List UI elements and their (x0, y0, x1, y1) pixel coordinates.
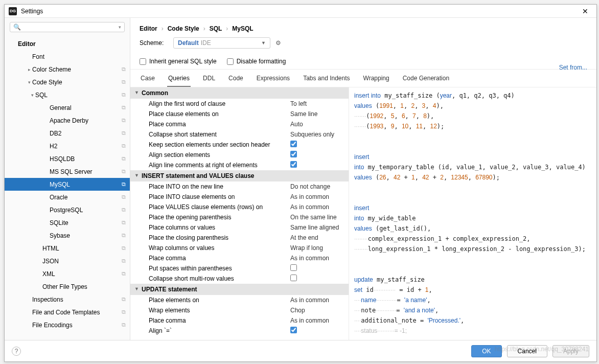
apply-button[interactable]: Apply (552, 345, 589, 357)
sidebar-item-mysql[interactable]: MySQL⧉ (5, 178, 130, 191)
sidebar-item-postgresql[interactable]: PostgreSQL⧉ (5, 203, 130, 216)
search-icon: 🔍 (13, 24, 21, 31)
option-row[interactable]: Place VALUES clause elements (rows) onAs… (130, 202, 349, 212)
sidebar-item-color-scheme[interactable]: ▸Color Scheme⧉ (5, 63, 130, 76)
sidebar-item-ms-sql-server[interactable]: MS SQL Server⧉ (5, 165, 130, 178)
section-insert-statement-and-values-clause[interactable]: ▼INSERT statement and VALUES clause (130, 170, 349, 181)
copy-icon: ⧉ (122, 79, 126, 85)
copy-icon: ⧉ (122, 232, 126, 239)
copy-icon: ⧉ (122, 322, 126, 328)
option-row[interactable]: Place elements onAs in common (130, 295, 349, 305)
gear-icon[interactable]: ⚙ (275, 39, 281, 47)
window-title: Settings (21, 8, 578, 15)
tab-tabs-and-indents[interactable]: Tabs and Indents (302, 73, 351, 87)
sidebar-item-sqlite[interactable]: SQLite⧉ (5, 216, 130, 229)
app-icon: DG (9, 7, 17, 15)
copy-icon: ⧉ (122, 296, 126, 303)
copy-icon: ⧉ (122, 155, 126, 162)
tab-ddl[interactable]: DDL (202, 73, 216, 87)
code-preview: insert into my_staff_size (year, q1, q2,… (349, 87, 596, 340)
option-row[interactable]: Align the first word of clauseTo left (130, 99, 349, 109)
disable-formatting-checkbox[interactable]: Disable formatting (227, 58, 286, 65)
option-row[interactable]: Collapse short multi-row values (130, 274, 349, 284)
sidebar-item-h2[interactable]: H2⧉ (5, 140, 130, 152)
option-row[interactable]: Place columns or valuesSame line aligned (130, 222, 349, 233)
sidebar-item-db2[interactable]: DB2⧉ (5, 127, 130, 140)
tab-expressions[interactable]: Expressions (256, 73, 291, 87)
inherit-sql-checkbox[interactable]: Inherit general SQL style (140, 58, 217, 65)
option-row[interactable]: Keep section elements under section head… (130, 140, 349, 150)
copy-icon: ⧉ (122, 130, 126, 136)
option-row[interactable]: Wrap elementsChop (130, 305, 349, 315)
tab-case[interactable]: Case (140, 73, 156, 87)
option-row[interactable]: Place INTO on the new lineDo not change (130, 181, 349, 192)
tab-code-generation[interactable]: Code Generation (402, 73, 450, 87)
set-from-link[interactable]: Set from... (559, 64, 587, 71)
copy-icon: ⧉ (122, 143, 126, 149)
sidebar-item-hsqldb[interactable]: HSQLDB⧉ (5, 152, 130, 165)
sidebar-item-font[interactable]: Font (5, 50, 130, 63)
scheme-select[interactable]: DefaultIDE ▼ (173, 37, 270, 49)
sidebar-item-other-file-types[interactable]: Other File Types (5, 280, 130, 293)
sidebar-item-code-style[interactable]: ▾Code Style⧉ (5, 76, 130, 88)
sidebar-item-xml[interactable]: XML⧉ (5, 267, 130, 280)
copy-icon: ⧉ (122, 92, 126, 98)
tab-queries[interactable]: Queries (167, 73, 191, 87)
sidebar-item-sybase[interactable]: Sybase⧉ (5, 229, 130, 242)
chevron-down-icon: ▼ (261, 40, 266, 46)
section-common[interactable]: ▼Common (130, 87, 349, 99)
option-row[interactable]: Place commaAs in common (130, 253, 349, 263)
option-row[interactable]: Wrap columns or valuesWrap if long (130, 243, 349, 253)
option-row[interactable]: Place clause elements onSame line (130, 109, 349, 119)
copy-icon: ⧉ (122, 104, 126, 111)
option-row[interactable]: Place the opening parenthesisOn the same… (130, 212, 349, 222)
section-update-statement[interactable]: ▼UPDATE statement (130, 284, 349, 295)
sidebar-item-apache-derby[interactable]: Apache Derby⧉ (5, 114, 130, 127)
help-icon[interactable]: ? (12, 347, 21, 356)
search-input[interactable]: 🔍 ▾ (10, 22, 125, 32)
close-icon[interactable]: ✕ (578, 6, 592, 16)
option-row[interactable]: Place INTO clause elements onAs in commo… (130, 192, 349, 202)
copy-icon: ⧉ (122, 219, 126, 226)
copy-icon: ⧉ (122, 194, 126, 200)
option-row[interactable]: Align line comments at right of elements (130, 160, 349, 170)
copy-icon: ⧉ (122, 258, 126, 264)
copy-icon: ⧉ (122, 168, 126, 175)
copy-icon: ⧉ (122, 117, 126, 124)
sidebar-item-json[interactable]: JSON⧉ (5, 255, 130, 267)
sidebar-item-file-encodings[interactable]: File Encodings⧉ (5, 318, 130, 331)
scheme-label: Scheme: (140, 39, 168, 47)
copy-icon: ⧉ (122, 245, 126, 252)
breadcrumb: Editor› Code Style› SQL› MySQL (130, 18, 596, 37)
option-row[interactable]: Collapse short statementSubqueries only (130, 129, 349, 140)
option-row[interactable]: Align `=` (130, 326, 349, 336)
sidebar-item-oracle[interactable]: Oracle⧉ (5, 191, 130, 203)
copy-icon: ⧉ (122, 207, 126, 213)
option-row[interactable]: Place the closing parenthesisAt the end (130, 233, 349, 243)
option-row[interactable]: Put spaces within parentheses (130, 263, 349, 274)
copy-icon: ⧉ (122, 309, 126, 315)
sidebar-header: Editor (5, 37, 130, 50)
sidebar-item-general[interactable]: General⧉ (5, 101, 130, 114)
sidebar-item-sql[interactable]: ▾SQL⧉ (5, 88, 130, 101)
tab-code[interactable]: Code (227, 73, 244, 87)
ok-button[interactable]: OK (471, 345, 501, 357)
sidebar-item-html[interactable]: HTML⧉ (5, 242, 130, 255)
copy-icon: ⧉ (122, 270, 126, 277)
sidebar-item-inspections[interactable]: Inspections⧉ (5, 293, 130, 306)
copy-icon: ⧉ (122, 66, 126, 73)
tab-wrapping[interactable]: Wrapping (362, 73, 390, 87)
option-row[interactable]: Align section elements (130, 150, 349, 160)
option-row[interactable]: Place commaAuto (130, 119, 349, 129)
copy-icon: ⧉ (122, 181, 126, 188)
sidebar-item-file-and-code-templates[interactable]: File and Code Templates⧉ (5, 306, 130, 318)
option-row[interactable]: Place commaAs in common (130, 315, 349, 326)
cancel-button[interactable]: Cancel (507, 345, 547, 357)
chevron-down-icon: ▾ (119, 25, 121, 30)
